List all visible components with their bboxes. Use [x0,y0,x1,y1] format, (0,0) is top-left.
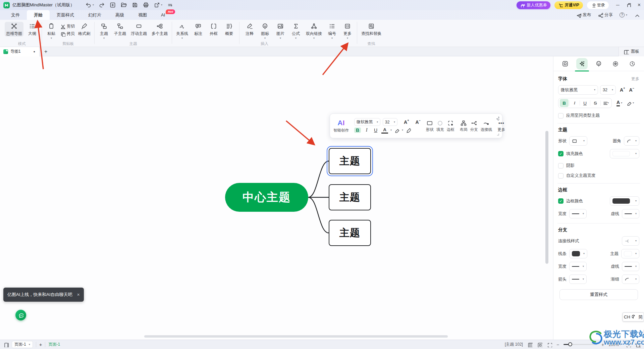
highlighter-icon[interactable] [626,100,632,106]
close-button[interactable]: × [638,2,641,8]
shape-select[interactable]: ▾ [569,136,587,146]
highlighter-caret-icon[interactable]: ▾ [633,102,634,104]
topic-node[interactable]: 主题 [329,184,371,210]
paste-caret-icon[interactable]: ▾ [51,37,52,40]
help-button[interactable]: ? ▾ [620,12,627,17]
ribbon-item-find-replace[interactable]: 查找和替换 [360,22,383,37]
ribbon-item-callout[interactable]: 标注 [192,22,205,37]
branch-line-color-select[interactable]: ▾ [569,249,587,258]
ribbon-item-picture[interactable]: 图片 ▾ [274,22,287,40]
increase-font-button[interactable]: A+ [404,119,409,125]
border-color-select[interactable]: ▾ [610,196,639,206]
underline-button[interactable]: U [581,99,589,107]
taper-select[interactable]: ▾ [622,275,639,284]
new-user-coupon-button[interactable]: 新人优惠券 [517,1,550,9]
border-dash-select[interactable]: ▾ [622,209,639,218]
branch-dash-select[interactable]: ▾ [622,262,639,271]
new-document-button[interactable] [109,2,116,8]
increase-font-button[interactable]: A+ [620,87,625,93]
panel-toggle-button[interactable]: 面板 [619,47,644,56]
ribbon-item-boundary[interactable]: 外框 [207,22,220,37]
outline-view-icon[interactable] [527,342,533,347]
border-color-checkbox[interactable]: ✓ [558,198,564,204]
format-painter-icon[interactable] [406,128,411,133]
ribbon-item-format-painter[interactable]: 格式刷 [77,22,92,37]
add-tab-button[interactable]: + [40,49,52,55]
picture-caret-icon[interactable]: ▾ [280,37,281,40]
save-button[interactable] [131,2,138,8]
font-color-caret-icon[interactable]: ▾ [390,129,392,132]
menu-slides[interactable]: 幻灯片 [81,10,108,20]
collapse-ribbon-icon[interactable] [634,12,639,18]
login-button[interactable]: 登录 [587,1,609,9]
fill-button[interactable]: 填充 [436,120,444,132]
bold-button[interactable]: B [354,128,361,133]
shadow-checkbox[interactable] [558,163,564,168]
font-family-select[interactable]: 微软雅黑 ▾ [558,85,598,95]
font-family-select[interactable]: 微软雅黑 ▾ [354,118,380,126]
export-caret-icon[interactable]: ▾ [161,4,162,6]
panel-tab-history[interactable] [627,58,638,69]
custom-width-checkbox[interactable] [558,173,564,179]
topic-caret-icon[interactable]: ▾ [103,37,105,40]
decrease-font-button[interactable]: A− [629,87,634,93]
panel-tab-topic-style[interactable] [559,58,571,69]
ai-create-button[interactable]: AI 智能创作 [333,119,349,133]
page-selector[interactable]: 页面-1 ▾ [12,341,33,348]
ribbon-item-topic[interactable]: 主题 ▾ [97,22,111,40]
minimize-button[interactable]: ─ [616,2,620,8]
apply-same-type-checkbox[interactable] [558,113,564,118]
reset-style-button[interactable]: 重置样式 [559,289,638,300]
font-color-button[interactable]: A [616,100,620,106]
horizontal-scrollbar[interactable] [144,335,448,338]
numbering-caret-icon[interactable]: ▾ [331,37,333,40]
undo-caret-icon[interactable]: ▾ [93,4,94,6]
ribbon-item-bilink[interactable]: 双向链接 ▾ [305,22,323,40]
fill-color-select[interactable]: ▾ [610,149,639,158]
highlighter-icon[interactable] [394,128,399,133]
menu-page-style[interactable]: 页面样式 [50,10,81,20]
branch-topic-color-select[interactable]: ▾ [621,249,639,258]
share-button[interactable]: 分享 [598,12,613,18]
underline-button[interactable]: U [372,128,379,133]
panel-tab-sticker[interactable] [610,58,621,69]
layout-button[interactable]: 布局 [460,120,468,132]
center-topic-node[interactable]: 中心主题 [225,183,308,212]
menu-home[interactable]: 开始 [27,10,50,20]
zoom-slider-knob[interactable] [568,342,572,346]
ai-chat-avatar[interactable] [15,310,26,320]
panel-tab-quick-style[interactable] [576,58,588,69]
open-button[interactable] [120,2,127,8]
branch-button[interactable]: 分支 [470,120,478,132]
topic-node[interactable]: 主题 [329,220,371,246]
open-vip-button[interactable]: 开通VIP [554,1,583,9]
corner-select[interactable]: ▾ [624,136,639,146]
maximize-button[interactable] [626,2,631,8]
relationship-caret-icon[interactable]: ▾ [181,37,183,40]
connector-style-select[interactable]: ▾ [622,236,639,246]
ribbon-item-summary[interactable]: 概要 [222,22,236,37]
ribbon-item-mindmap[interactable]: 思维导图 [5,22,23,37]
menu-file[interactable]: 文件 [4,10,27,20]
pin-icon[interactable] [495,116,499,120]
decrease-font-button[interactable]: A− [415,119,420,125]
export-button[interactable]: ▾ [154,2,162,8]
zoom-out-button[interactable]: − [556,342,559,347]
redo-button[interactable] [98,2,105,8]
arrow-select[interactable]: ▾ [569,275,587,284]
ribbon-item-more-insert[interactable]: 更多 ▾ [341,22,354,40]
connector-button[interactable]: 连接线 [481,120,492,132]
vertical-scrollbar[interactable] [545,131,548,264]
ribbon-item-multi-topic[interactable]: 多个主题 [150,22,169,37]
bilink-caret-icon[interactable]: ▾ [313,37,315,40]
border-button[interactable]: 边框 [447,120,454,132]
ribbon-item-outline[interactable]: 大纲 [25,22,39,37]
strikethrough-button[interactable]: S [591,99,600,107]
font-size-select[interactable]: 32 ▾ [383,118,397,126]
italic-button[interactable]: I [363,128,370,133]
font-color-caret-icon[interactable]: ▾ [621,102,622,104]
formula-caret-icon[interactable]: ▾ [295,37,297,40]
menu-view[interactable]: 视图 [131,10,154,20]
ribbon-item-cut[interactable]: 剪切 [60,23,75,29]
undo-button[interactable]: ▾ [85,2,94,8]
